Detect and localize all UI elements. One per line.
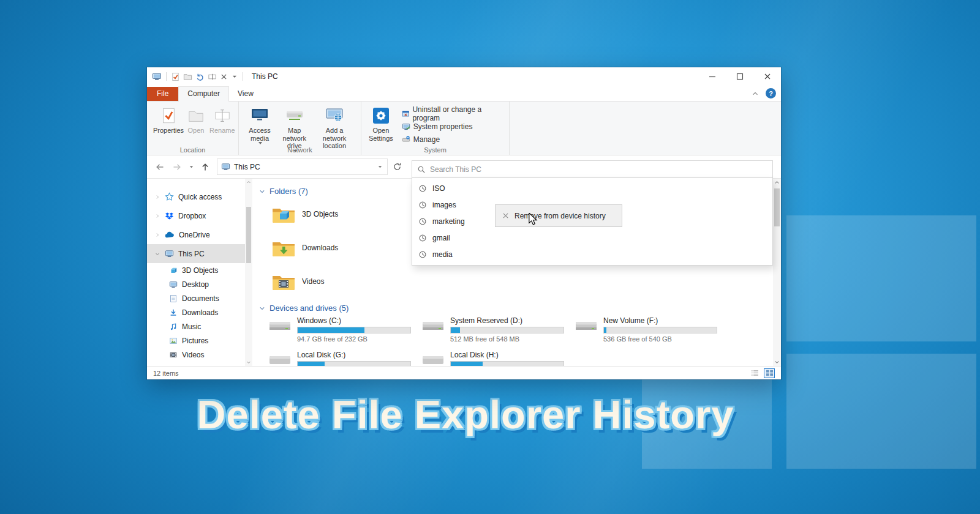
rename-qat-icon[interactable]	[208, 72, 217, 81]
large-icons-view-button[interactable]	[764, 368, 775, 378]
scroll-up-icon[interactable]	[774, 180, 780, 185]
breadcrumb-dropdown-icon[interactable]	[377, 163, 383, 170]
recent-locations-button[interactable]	[186, 159, 196, 175]
back-button[interactable]	[152, 159, 168, 175]
folder-tile-3d-objects[interactable]: 3D Objects	[271, 204, 338, 224]
section-collapse-icon[interactable]	[259, 305, 265, 311]
sidebar-item-this-pc[interactable]: This PC	[147, 244, 252, 263]
add-network-location-button[interactable]: Add a network location	[314, 105, 355, 151]
main-scrollbar[interactable]	[773, 179, 781, 366]
qat-dropdown-icon[interactable]	[231, 73, 238, 80]
downloads-icon	[169, 308, 178, 317]
tab-view[interactable]: View	[229, 87, 262, 101]
system-properties-label: System properties	[413, 122, 473, 131]
sidebar-item-downloads[interactable]: Downloads	[147, 305, 252, 319]
expand-chevron-icon[interactable]	[154, 214, 160, 218]
properties-qat-icon[interactable]	[171, 72, 180, 81]
folders-header-label: Folders (7)	[270, 187, 308, 196]
collapse-chevron-icon[interactable]	[154, 251, 160, 256]
pictures-icon	[169, 337, 178, 345]
windows-logo-square	[786, 215, 976, 341]
delete-qat-icon[interactable]	[220, 73, 228, 81]
section-collapse-icon[interactable]	[259, 188, 265, 195]
history-label: images	[432, 201, 456, 209]
manage-button[interactable]: Manage	[399, 133, 504, 146]
map-network-drive-icon	[285, 106, 304, 125]
sidebar-item-quick-access[interactable]: Quick access	[147, 187, 252, 206]
history-label: gmail	[432, 234, 450, 242]
drive-tile-system-reserved-d[interactable]: System Reserved (D:) 512 MB free of 548 …	[421, 317, 571, 343]
search-history-item-iso[interactable]: ISO	[412, 180, 772, 196]
system-properties-button[interactable]: System properties	[399, 120, 504, 133]
drive-tile-local-disk-g[interactable]: Local Disk (G:)	[268, 351, 418, 366]
tab-computer[interactable]: Computer	[178, 86, 229, 102]
expand-chevron-icon[interactable]	[154, 233, 160, 237]
help-icon[interactable]: ?	[766, 88, 776, 99]
sidebar-item-label: Downloads	[182, 308, 218, 317]
drives-header-label: Devices and drives (5)	[270, 304, 349, 313]
access-media-button[interactable]: Access media	[244, 105, 275, 146]
details-view-button[interactable]	[749, 368, 760, 378]
sidebar-item-music[interactable]: Music	[147, 319, 252, 333]
sidebar-scrollbar[interactable]	[245, 179, 252, 366]
expand-chevron-icon[interactable]	[154, 195, 160, 199]
folder-tile-downloads[interactable]: Downloads	[271, 238, 338, 258]
open-settings-button[interactable]: Open Settings	[367, 105, 395, 143]
this-pc-icon	[165, 249, 174, 258]
scrollbar-thumb[interactable]	[774, 188, 780, 226]
capacity-bar-fill	[298, 327, 364, 333]
drive-tile-new-volume-f[interactable]: New Volume (F:) 536 GB free of 540 GB	[574, 317, 725, 343]
minimize-button[interactable]	[698, 67, 726, 86]
folders-section-header[interactable]: Folders (7)	[259, 187, 308, 196]
refresh-button[interactable]	[389, 159, 405, 175]
capacity-bar	[297, 327, 411, 333]
sidebar-item-label: This PC	[178, 250, 205, 258]
computer-icon[interactable]	[152, 72, 162, 81]
open-button[interactable]: Open	[186, 105, 206, 136]
drive-tile-local-disk-h[interactable]: Local Disk (H:)	[421, 351, 571, 366]
scroll-down-icon[interactable]	[774, 359, 780, 365]
scroll-down-icon[interactable]	[246, 360, 251, 365]
new-folder-qat-icon[interactable]	[183, 72, 192, 81]
drive-tile-windows-c[interactable]: Windows (C:) 94.7 GB free of 232 GB	[268, 317, 418, 343]
tab-file[interactable]: File	[147, 87, 178, 101]
remove-from-history-button[interactable]: Remove from device history	[495, 204, 622, 227]
scrollbar-thumb[interactable]	[246, 207, 251, 263]
maximize-button[interactable]	[726, 67, 753, 86]
manage-icon	[402, 135, 410, 144]
search-history-item-media[interactable]: media	[412, 246, 772, 263]
open-settings-label: Open Settings	[369, 127, 393, 142]
search-box[interactable]	[412, 160, 773, 178]
drives-section-header[interactable]: Devices and drives (5)	[259, 304, 349, 313]
breadcrumb[interactable]: This PC	[217, 158, 388, 175]
sidebar-item-3d-objects[interactable]: 3D Objects	[147, 263, 252, 277]
forward-button[interactable]	[169, 159, 185, 175]
rename-button[interactable]: Rename	[208, 105, 237, 136]
open-icon	[187, 106, 205, 125]
folder-tile-videos[interactable]: Videos	[271, 272, 324, 291]
undo-qat-icon[interactable]	[195, 72, 205, 81]
properties-button[interactable]: Properties	[153, 105, 184, 136]
drive-name: Local Disk (H:)	[450, 351, 564, 359]
search-input[interactable]	[430, 165, 767, 174]
titlebar: This PC	[147, 67, 781, 86]
uninstall-program-button[interactable]: Uninstall or change a program	[399, 107, 504, 120]
sidebar-item-pictures[interactable]: Pictures	[147, 333, 252, 348]
up-button[interactable]	[197, 159, 213, 175]
quick-access-toolbar	[152, 72, 244, 81]
sidebar-item-videos[interactable]: Videos	[147, 348, 252, 362]
collapse-ribbon-icon[interactable]	[751, 89, 760, 98]
close-button[interactable]	[753, 67, 781, 86]
drive-detail: 512 MB free of 548 MB	[450, 335, 564, 343]
drive-detail: 94.7 GB free of 232 GB	[297, 335, 411, 343]
search-history-item-gmail[interactable]: gmail	[412, 229, 772, 246]
sidebar-item-onedrive[interactable]: OneDrive	[147, 225, 252, 244]
scroll-up-icon[interactable]	[246, 180, 251, 185]
sidebar-item-dropbox[interactable]: Dropbox	[147, 206, 252, 225]
3d-objects-folder-icon	[271, 204, 296, 224]
drive-icon	[421, 351, 445, 366]
sidebar-item-desktop[interactable]: Desktop	[147, 277, 252, 291]
breadcrumb-location[interactable]: This PC	[234, 163, 373, 171]
sidebar-item-documents[interactable]: Documents	[147, 291, 252, 305]
ribbon-tab-row: File Computer View ?	[147, 86, 781, 102]
